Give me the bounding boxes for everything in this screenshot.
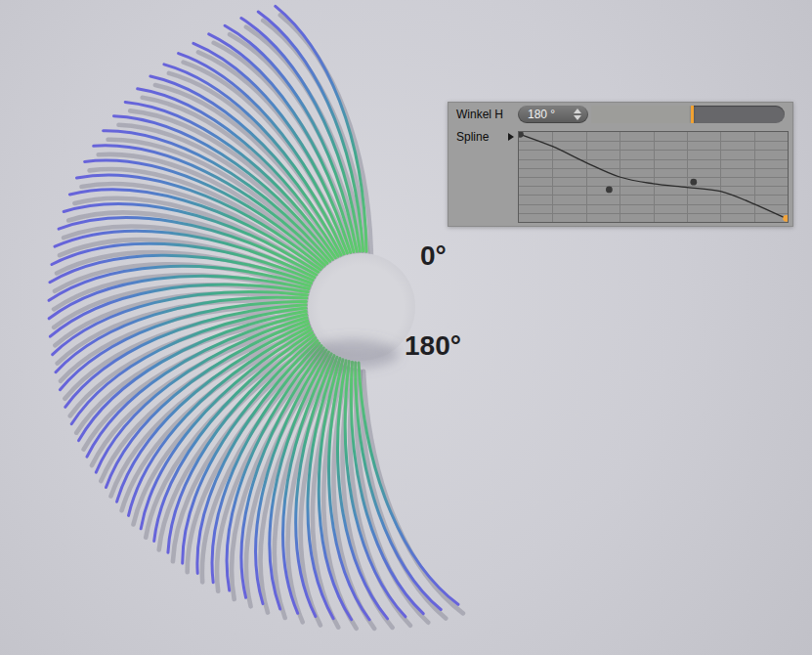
stepper-up-icon[interactable] bbox=[574, 109, 581, 113]
attribute-panel: Winkel H 180 ° Spline bbox=[448, 102, 793, 227]
spline-curve[interactable] bbox=[519, 134, 788, 219]
winkel-h-value-field[interactable]: 180 ° bbox=[518, 106, 588, 123]
spline-fan-render bbox=[0, 0, 812, 655]
angle-label-0: 0° bbox=[420, 240, 447, 272]
spline-knot[interactable] bbox=[606, 187, 613, 194]
fan-strand bbox=[356, 363, 442, 610]
stepper-down-icon[interactable] bbox=[574, 115, 581, 120]
spline-curve-editor[interactable] bbox=[518, 131, 789, 223]
spline-knot[interactable] bbox=[519, 132, 524, 138]
winkel-h-value[interactable]: 180 ° bbox=[528, 108, 555, 121]
slider-fill bbox=[591, 106, 692, 123]
value-stepper[interactable] bbox=[574, 109, 581, 120]
spline-label: Spline bbox=[456, 130, 489, 144]
spline-knot-selected[interactable] bbox=[783, 215, 788, 222]
winkel-h-label: Winkel H bbox=[456, 108, 503, 121]
slider-handle[interactable] bbox=[691, 106, 694, 123]
spline-knot[interactable] bbox=[690, 179, 697, 186]
viewport-3d[interactable]: 0° 180° bbox=[0, 0, 812, 655]
winkel-h-slider-track[interactable] bbox=[591, 106, 785, 123]
spline-curve-svg bbox=[519, 132, 788, 222]
hole-rim-shadow bbox=[305, 339, 399, 369]
expander-triangle-icon[interactable] bbox=[508, 133, 514, 141]
angle-label-180: 180° bbox=[405, 330, 461, 362]
